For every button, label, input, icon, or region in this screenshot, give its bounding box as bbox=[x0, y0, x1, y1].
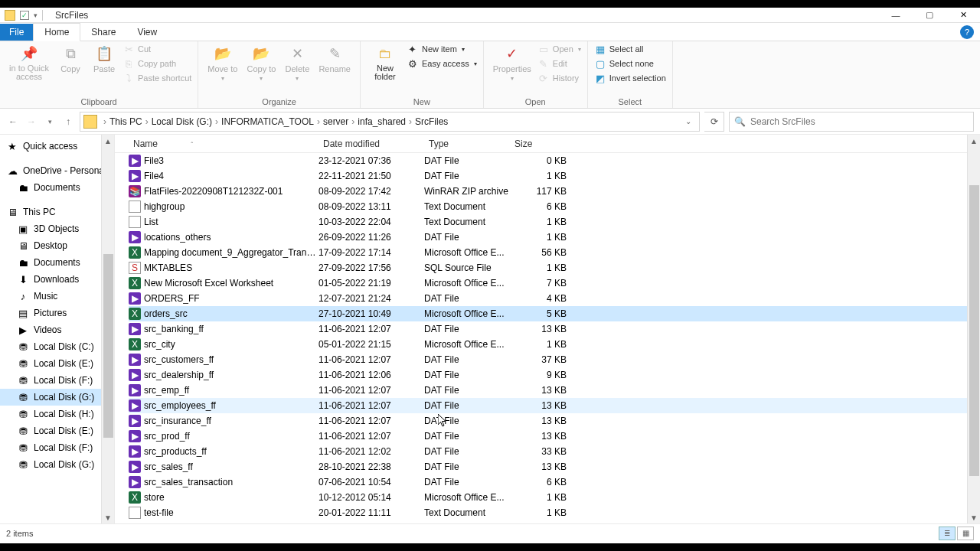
scroll-up-icon[interactable]: ▲ bbox=[102, 135, 114, 147]
tab-home[interactable]: Home bbox=[33, 23, 80, 41]
tree-item[interactable]: 🖥Desktop bbox=[0, 237, 114, 254]
file-row[interactable]: XMapping document_9_Aggregator_Trans...1… bbox=[129, 245, 980, 260]
tree-item[interactable]: ⬇Downloads bbox=[0, 271, 114, 288]
nav-recent-button[interactable]: ▾ bbox=[43, 112, 57, 131]
column-type[interactable]: Type bbox=[424, 135, 510, 152]
invert-selection-button[interactable]: ◩Invert selection bbox=[594, 72, 666, 84]
edit-button[interactable]: ✎Edit bbox=[537, 57, 581, 70]
new-folder-button[interactable]: 🗀New folder bbox=[367, 43, 403, 83]
scroll-down-icon[interactable]: ▼ bbox=[968, 511, 980, 523]
tree-item[interactable]: ⛃Local Disk (F:) bbox=[0, 439, 114, 456]
delete-button[interactable]: ✕Delete▾ bbox=[282, 43, 312, 83]
file-row[interactable]: ▶src_insurance_ff11-06-2021 12:07DAT Fil… bbox=[129, 413, 980, 429]
file-row[interactable]: test-file20-01-2022 11:11Text Document1 … bbox=[129, 505, 980, 520]
file-row[interactable]: ▶locations_others26-09-2022 11:26DAT Fil… bbox=[129, 230, 980, 245]
nav-back-button[interactable]: ← bbox=[6, 112, 20, 131]
properties-button[interactable]: ✓Properties▾ bbox=[490, 43, 534, 83]
file-row[interactable]: 📚FlatFiles-20220908T121232Z-00108-09-202… bbox=[129, 184, 980, 199]
move-to-button[interactable]: 📂Move to▾ bbox=[204, 43, 240, 83]
paste-shortcut-button[interactable]: ⤵Paste shortcut bbox=[122, 72, 191, 84]
file-row[interactable]: ▶src_customers_ff11-06-2021 12:07DAT Fil… bbox=[129, 352, 980, 367]
copy-button[interactable]: ⧉Copy bbox=[55, 43, 86, 75]
refresh-button[interactable]: ⟳ bbox=[704, 112, 724, 132]
copy-path-button[interactable]: ⎘Copy path bbox=[122, 57, 191, 70]
breadcrumb-item[interactable]: This PC bbox=[109, 116, 142, 127]
file-row[interactable]: ▶src_emp_ff11-06-2021 12:07DAT File13 KB bbox=[129, 383, 980, 398]
file-row[interactable]: ▶File422-11-2021 21:50DAT File1 KB bbox=[129, 168, 980, 184]
breadcrumb-item[interactable]: SrcFiles bbox=[415, 116, 448, 127]
tree-item[interactable]: ⛃Local Disk (E:) bbox=[0, 355, 114, 372]
minimize-button[interactable]: — bbox=[879, 8, 913, 23]
column-name[interactable]: Name ˆ bbox=[129, 135, 318, 152]
file-row[interactable]: SMKTABLES27-09-2022 17:56SQL Source File… bbox=[129, 260, 980, 276]
breadcrumb-item[interactable]: server bbox=[323, 116, 348, 127]
column-size[interactable]: Size bbox=[510, 135, 567, 152]
scroll-down-icon[interactable]: ▼ bbox=[102, 511, 114, 523]
file-row[interactable]: ▶src_products_ff11-06-2021 12:02DAT File… bbox=[129, 444, 980, 459]
file-row[interactable]: Xsrc_city05-01-2022 21:15Microsoft Offic… bbox=[129, 337, 980, 352]
maximize-button[interactable]: ▢ bbox=[913, 8, 946, 23]
file-row[interactable]: ▶ORDERS_FF12-07-2021 21:24DAT File4 KB bbox=[129, 291, 980, 306]
help-icon[interactable]: ? bbox=[960, 25, 974, 39]
details-view-button[interactable]: ≣ bbox=[939, 527, 956, 540]
file-row[interactable]: ▶src_prod_ff11-06-2021 12:07DAT File13 K… bbox=[129, 429, 980, 444]
new-item-button[interactable]: ✦New item▾ bbox=[407, 43, 477, 55]
thumbnails-view-button[interactable]: ▦ bbox=[957, 527, 974, 540]
nav-up-button[interactable]: ↑ bbox=[61, 112, 75, 131]
breadcrumb-item[interactable]: Local Disk (G:) bbox=[152, 116, 212, 127]
tree-item[interactable]: 🖿Documents bbox=[0, 179, 114, 196]
tree-item[interactable]: ▤Pictures bbox=[0, 305, 114, 321]
file-row[interactable]: Xstore10-12-2012 05:14Microsoft Office E… bbox=[129, 490, 980, 505]
rename-button[interactable]: ✎Rename bbox=[315, 43, 354, 75]
scroll-up-icon[interactable]: ▲ bbox=[968, 135, 980, 147]
column-date[interactable]: Date modified bbox=[318, 135, 424, 152]
file-row[interactable]: ▶src_sales_ff28-10-2021 22:38DAT File13 … bbox=[129, 459, 980, 474]
tree-item[interactable]: ⛃Local Disk (C:) bbox=[0, 338, 114, 355]
breadcrumb-item[interactable]: INFORMATICA_TOOL bbox=[221, 116, 314, 127]
qat-checkbox[interactable]: ✓ bbox=[20, 11, 29, 20]
file-row[interactable]: ▶File323-12-2021 07:36DAT File0 KB bbox=[129, 153, 980, 168]
file-row[interactable]: ▶src_sales_transaction07-06-2021 10:54DA… bbox=[129, 474, 980, 490]
tree-item[interactable]: ⛃Local Disk (F:) bbox=[0, 372, 114, 389]
file-row[interactable]: highgroup08-09-2022 13:11Text Document6 … bbox=[129, 199, 980, 214]
tab-view[interactable]: View bbox=[126, 24, 168, 41]
tree-item[interactable]: ★Quick access bbox=[0, 138, 114, 155]
history-button[interactable]: ⟳History bbox=[537, 72, 581, 84]
easy-access-button[interactable]: ⚙Easy access▾ bbox=[407, 57, 477, 70]
file-row[interactable]: Xorders_src27-10-2021 10:49Microsoft Off… bbox=[129, 306, 980, 321]
search-box[interactable]: 🔍 bbox=[729, 112, 974, 132]
tree-item[interactable]: ⛃Local Disk (G:) bbox=[0, 456, 114, 473]
tree-item[interactable]: 🖿Documents bbox=[0, 254, 114, 271]
cut-button[interactable]: ✂Cut bbox=[122, 43, 191, 55]
select-all-button[interactable]: ▦Select all bbox=[594, 43, 666, 55]
breadcrumb[interactable]: › This PC› Local Disk (G:)› INFORMATICA_… bbox=[80, 112, 700, 132]
nav-forward-button[interactable]: → bbox=[24, 112, 38, 131]
file-row[interactable]: XNew Microsoft Excel Worksheet01-05-2022… bbox=[129, 276, 980, 291]
tree-item[interactable]: ▶Videos bbox=[0, 321, 114, 338]
tree-item[interactable]: ⛃Local Disk (G:) bbox=[0, 389, 114, 406]
select-none-button[interactable]: ▢Select none bbox=[594, 57, 666, 70]
tree-item[interactable]: ☁OneDrive - Personal bbox=[0, 162, 114, 179]
file-row[interactable]: List10-03-2022 22:04Text Document1 KB bbox=[129, 214, 980, 230]
open-button[interactable]: ▭Open▾ bbox=[537, 43, 581, 55]
file-row[interactable]: ▶src_employees_ff11-06-2021 12:07DAT Fil… bbox=[129, 398, 980, 413]
tree-item[interactable]: ♪Music bbox=[0, 288, 114, 305]
copy-to-button[interactable]: 📂Copy to▾ bbox=[243, 43, 279, 83]
close-button[interactable]: ✕ bbox=[946, 8, 980, 23]
tree-item[interactable]: 🖥This PC bbox=[0, 204, 114, 220]
tab-share[interactable]: Share bbox=[80, 24, 126, 41]
paste-button[interactable]: 📋Paste bbox=[89, 43, 119, 75]
tree-item[interactable]: ⛃Local Disk (H:) bbox=[0, 406, 114, 422]
qat-dropdown-icon[interactable]: ▾ bbox=[34, 11, 38, 19]
list-scrollbar[interactable]: ▲ ▼ bbox=[967, 135, 980, 523]
tree-item[interactable]: ⛃Local Disk (E:) bbox=[0, 422, 114, 439]
search-input[interactable] bbox=[750, 116, 969, 127]
file-row[interactable]: ▶src_banking_ff11-06-2021 12:07DAT File1… bbox=[129, 321, 980, 337]
pin-quick-access-button[interactable]: 📌in to Quick access bbox=[6, 43, 52, 83]
file-row[interactable]: ▶src_dealership_ff11-06-2021 12:06DAT Fi… bbox=[129, 367, 980, 383]
breadcrumb-dropdown-icon[interactable]: ⌄ bbox=[681, 117, 696, 126]
tab-file[interactable]: File bbox=[0, 24, 33, 41]
tree-item[interactable]: ▣3D Objects bbox=[0, 220, 114, 237]
nav-scrollbar[interactable]: ▲ ▼ bbox=[101, 135, 114, 523]
breadcrumb-item[interactable]: infa_shared bbox=[358, 116, 406, 127]
